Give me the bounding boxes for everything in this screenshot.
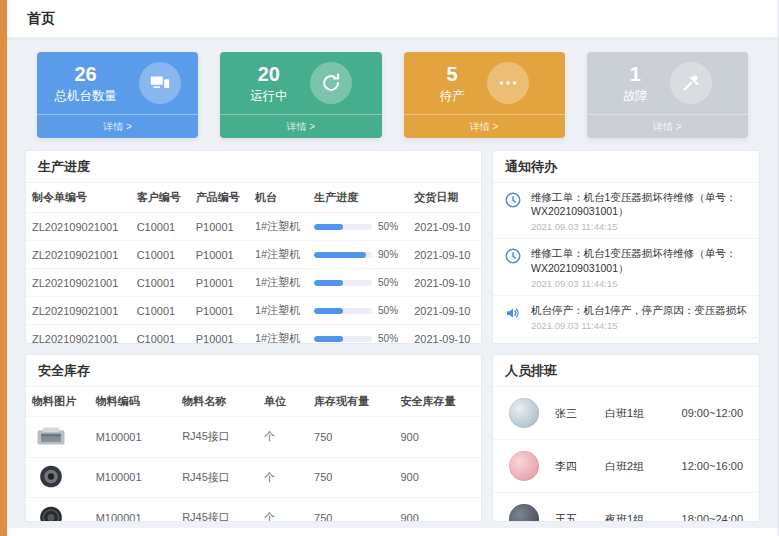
- stock-panel: 安全库存 物料图片物料编码物料名称单位库存现有量安全库存量 M100001 RJ…: [25, 354, 482, 522]
- stat-cards: 26 总机台数量 详情 > 20 运行中 详情 > 5 待产 详情 >: [37, 52, 748, 138]
- speaker-icon: [503, 303, 523, 323]
- stat-card-waiting[interactable]: 5 待产 详情 >: [404, 52, 565, 138]
- material-name: RJ45接口: [176, 417, 258, 458]
- card-detail-link[interactable]: 详情 >: [587, 114, 748, 138]
- material-unit: 个: [258, 417, 308, 458]
- order-no: ZL202109021001: [26, 325, 131, 345]
- delivery-date: 2021-09-10: [408, 241, 481, 269]
- safety-stock: 900: [395, 498, 482, 523]
- production-table: 制令单编号客户编号产品编号机台生产进度交货日期 ZL202109021001 C…: [26, 183, 481, 344]
- notice-time: 2021.09.03 11:44:15: [531, 320, 747, 331]
- stat-card-body: 1 故障: [587, 52, 748, 114]
- progress-value: 50%: [378, 277, 398, 288]
- clock-icon: [503, 246, 523, 266]
- column-header: 生产进度: [308, 183, 408, 213]
- product-no: P10001: [190, 269, 249, 297]
- material-name: RJ45接口: [176, 498, 258, 523]
- card-detail-link[interactable]: 详情 >: [37, 114, 198, 138]
- material-unit: 个: [258, 457, 308, 498]
- column-header: 客户编号: [131, 183, 190, 213]
- notice-item: 维修工单：机台1变压器损坏待维修（单号：WX202109031001） 2021…: [493, 239, 759, 295]
- material-name: RJ45接口: [176, 457, 258, 498]
- tools-icon: [670, 62, 712, 104]
- stock-table: 物料图片物料编码物料名称单位库存现有量安全库存量 M100001 RJ45接口 …: [26, 387, 481, 522]
- material-code: M100001: [90, 417, 176, 458]
- notice-item: 计划暂停：机台1生产计划已暂停 2021.09.03 11:44:15: [493, 338, 759, 344]
- progress-bar: [314, 252, 372, 258]
- production-header-row: 制令单编号客户编号产品编号机台生产进度交货日期: [26, 183, 481, 213]
- machine-name: 1#注塑机: [249, 325, 308, 345]
- ellipsis-icon: [487, 62, 529, 104]
- order-no: ZL202109021001: [26, 241, 131, 269]
- column-header: 产品编号: [190, 183, 249, 213]
- stat-label: 运行中: [250, 88, 288, 105]
- machine-name: 1#注塑机: [249, 297, 308, 325]
- column-header: 制令单编号: [26, 183, 131, 213]
- safety-stock: 900: [395, 417, 482, 458]
- delivery-date: 2021-09-10: [408, 297, 481, 325]
- stat-card-body: 5 待产: [404, 52, 565, 114]
- notice-item: 机台停产：机台1停产，停产原因：变压器损坏 2021.09.03 11:44:1…: [493, 296, 759, 338]
- production-panel: 生产进度 制令单编号客户编号产品编号机台生产进度交货日期 ZL202109021…: [25, 150, 482, 344]
- current-stock: 750: [308, 417, 394, 458]
- stat-card-running[interactable]: 20 运行中 详情 >: [220, 52, 381, 138]
- staff-shift: 夜班1组: [605, 512, 665, 523]
- progress-bar: [314, 336, 372, 342]
- progress-cell: 50%: [314, 221, 402, 232]
- stat-value: 5: [440, 62, 465, 86]
- dashboard: 26 总机台数量 详情 > 20 运行中 详情 > 5 待产 详情 >: [7, 38, 778, 528]
- staff-time: 09:00~12:00: [682, 407, 743, 419]
- column-header: 物料编码: [90, 387, 176, 417]
- stat-value: 26: [54, 62, 117, 86]
- staff-panel-title: 人员排班: [493, 355, 759, 387]
- notice-time: 2021.09.03 11:44:15: [531, 221, 749, 232]
- rj45-connector-image: [32, 422, 70, 450]
- panels-grid: 生产进度 制令单编号客户编号产品编号机台生产进度交货日期 ZL202109021…: [25, 150, 760, 522]
- stat-card-total[interactable]: 26 总机台数量 详情 >: [37, 52, 198, 138]
- staff-panel: 人员排班 张三 白班1组 09:00~12:00 李四 白班2组 12:00~1…: [492, 354, 760, 522]
- customer-no: C10001: [131, 213, 190, 241]
- stock-row: M100001 RJ45接口 个 750 900: [26, 498, 481, 523]
- notice-list: 维修工单：机台1变压器损坏待维修（单号：WX202109031001） 2021…: [493, 183, 759, 344]
- machine-name: 1#注塑机: [249, 269, 308, 297]
- delivery-date: 2021-09-10: [408, 213, 481, 241]
- staff-name: 王五: [555, 512, 589, 523]
- staff-shift: 白班2组: [605, 459, 665, 474]
- notices-panel: 通知待办 维修工单：机台1变压器损坏待维修（单号：WX202109031001）…: [492, 150, 760, 344]
- progress-cell: 50%: [314, 305, 402, 316]
- column-header: 机台: [249, 183, 308, 213]
- page-title: 首页: [27, 10, 55, 28]
- staff-time: 12:00~16:00: [682, 460, 743, 472]
- card-detail-link[interactable]: 详情 >: [220, 114, 381, 138]
- order-no: ZL202109021001: [26, 269, 131, 297]
- staff-time: 18:00~24:00: [682, 513, 743, 522]
- product-no: P10001: [190, 241, 249, 269]
- product-no: P10001: [190, 325, 249, 345]
- delivery-date: 2021-09-10: [408, 269, 481, 297]
- staff-row: 王五 夜班1组 18:00~24:00: [493, 493, 759, 522]
- order-no: ZL202109021001: [26, 297, 131, 325]
- card-detail-link[interactable]: 详情 >: [404, 114, 565, 138]
- customer-no: C10001: [131, 269, 190, 297]
- staff-shift: 白班1组: [605, 406, 665, 421]
- current-stock: 750: [308, 498, 394, 523]
- stat-label: 总机台数量: [54, 88, 117, 105]
- progress-bar: [314, 308, 372, 314]
- notice-text: 机台停产：机台1停产，停产原因：变压器损坏: [531, 303, 747, 317]
- notice-item: 维修工单：机台1变压器损坏待维修（单号：WX202109031001） 2021…: [493, 183, 759, 239]
- stat-card-fault[interactable]: 1 故障 详情 >: [587, 52, 748, 138]
- column-header: 物料图片: [26, 387, 90, 417]
- refresh-icon: [310, 62, 352, 104]
- production-row: ZL202109021001 C10001 P10001 1#注塑机 50% 2…: [26, 213, 481, 241]
- product-no: P10001: [190, 297, 249, 325]
- progress-cell: 90%: [314, 249, 402, 260]
- stat-card-body: 20 运行中: [220, 52, 381, 114]
- staff-name: 张三: [555, 406, 589, 421]
- production-row: ZL202109021001 C10001 P10001 1#注塑机 50% 2…: [26, 269, 481, 297]
- progress-cell: 50%: [314, 333, 402, 344]
- stat-card-body: 26 总机台数量: [37, 52, 198, 114]
- avatar-wangwu: [509, 504, 539, 522]
- progress-value: 50%: [378, 305, 398, 316]
- clock-icon: [503, 190, 523, 210]
- current-stock: 750: [308, 457, 394, 498]
